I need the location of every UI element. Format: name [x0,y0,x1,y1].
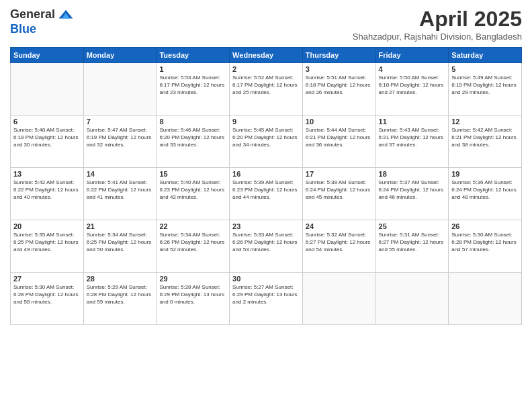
calendar-cell: 11Sunrise: 5:43 AM Sunset: 6:21 PM Dayli… [375,116,449,168]
col-sunday: Sunday [11,48,84,63]
day-info: Sunrise: 5:34 AM Sunset: 6:26 PM Dayligh… [159,232,226,253]
calendar-cell [83,63,157,116]
day-info: Sunrise: 5:50 AM Sunset: 6:18 PM Dayligh… [379,75,446,96]
calendar-cell: 29Sunrise: 5:28 AM Sunset: 6:29 PM Dayli… [157,273,230,325]
calendar-subtitle: Shahzadpur, Rajshahi Division, Banglades… [353,32,522,42]
calendar-table: Sunday Monday Tuesday Wednesday Thursday… [10,47,522,325]
title-block: April 2025 Shahzadpur, Rajshahi Division… [353,7,522,42]
calendar-cell: 2Sunrise: 5:52 AM Sunset: 6:17 PM Daylig… [230,63,303,116]
day-number: 15 [159,170,226,178]
calendar-cell [11,63,84,116]
day-info: Sunrise: 5:49 AM Sunset: 6:19 PM Dayligh… [451,75,519,96]
calendar-cell [302,273,375,325]
header-row: Sunday Monday Tuesday Wednesday Thursday… [11,48,522,63]
calendar-cell: 5Sunrise: 5:49 AM Sunset: 6:19 PM Daylig… [449,63,522,116]
logo: General Blue [10,7,74,36]
calendar-cell: 22Sunrise: 5:34 AM Sunset: 6:26 PM Dayli… [157,220,230,273]
day-number: 14 [87,170,154,178]
day-info: Sunrise: 5:48 AM Sunset: 6:19 PM Dayligh… [13,127,81,148]
day-number: 7 [87,118,154,126]
week-row-3: 13Sunrise: 5:42 AM Sunset: 6:22 PM Dayli… [11,168,522,220]
calendar-cell: 15Sunrise: 5:40 AM Sunset: 6:23 PM Dayli… [157,168,230,220]
day-info: Sunrise: 5:38 AM Sunset: 6:24 PM Dayligh… [306,179,373,201]
calendar-cell: 17Sunrise: 5:38 AM Sunset: 6:24 PM Dayli… [302,168,375,220]
calendar-cell: 21Sunrise: 5:34 AM Sunset: 6:25 PM Dayli… [83,220,157,273]
day-number: 17 [306,170,373,178]
calendar-cell [375,273,449,325]
day-number: 19 [451,170,519,178]
day-info: Sunrise: 5:47 AM Sunset: 6:19 PM Dayligh… [87,127,154,148]
day-number: 1 [159,65,226,73]
day-info: Sunrise: 5:35 AM Sunset: 6:25 PM Dayligh… [13,232,81,253]
calendar-cell: 8Sunrise: 5:46 AM Sunset: 6:20 PM Daylig… [157,116,230,168]
day-number: 27 [13,275,81,283]
day-number: 10 [306,118,373,126]
day-info: Sunrise: 5:30 AM Sunset: 6:28 PM Dayligh… [451,232,519,253]
day-info: Sunrise: 5:51 AM Sunset: 6:18 PM Dayligh… [306,75,373,96]
header: General Blue April 2025 Shahzadpur, Rajs… [10,7,522,42]
col-monday: Monday [83,48,157,63]
day-number: 21 [87,222,154,230]
day-info: Sunrise: 5:44 AM Sunset: 6:21 PM Dayligh… [306,127,373,148]
calendar-cell [449,273,522,325]
calendar-cell: 13Sunrise: 5:42 AM Sunset: 6:22 PM Dayli… [11,168,84,220]
day-info: Sunrise: 5:27 AM Sunset: 6:29 PM Dayligh… [232,284,300,306]
calendar-cell: 30Sunrise: 5:27 AM Sunset: 6:29 PM Dayli… [230,273,303,325]
calendar-cell: 1Sunrise: 5:53 AM Sunset: 6:17 PM Daylig… [157,63,230,116]
day-info: Sunrise: 5:29 AM Sunset: 6:28 PM Dayligh… [87,284,154,306]
calendar-cell: 16Sunrise: 5:39 AM Sunset: 6:23 PM Dayli… [230,168,303,220]
day-number: 9 [232,118,300,126]
day-number: 4 [379,65,446,73]
calendar-cell: 20Sunrise: 5:35 AM Sunset: 6:25 PM Dayli… [11,220,84,273]
calendar-cell: 4Sunrise: 5:50 AM Sunset: 6:18 PM Daylig… [375,63,449,116]
day-info: Sunrise: 5:31 AM Sunset: 6:27 PM Dayligh… [379,232,446,253]
week-row-4: 20Sunrise: 5:35 AM Sunset: 6:25 PM Dayli… [11,220,522,273]
week-row-5: 27Sunrise: 5:30 AM Sunset: 6:28 PM Dayli… [11,273,522,325]
day-number: 20 [13,222,81,230]
calendar-cell: 7Sunrise: 5:47 AM Sunset: 6:19 PM Daylig… [83,116,157,168]
week-row-1: 1Sunrise: 5:53 AM Sunset: 6:17 PM Daylig… [11,63,522,116]
day-info: Sunrise: 5:28 AM Sunset: 6:29 PM Dayligh… [159,284,226,306]
day-number: 28 [87,275,154,283]
calendar-cell: 10Sunrise: 5:44 AM Sunset: 6:21 PM Dayli… [302,116,375,168]
day-info: Sunrise: 5:36 AM Sunset: 6:24 PM Dayligh… [451,179,519,201]
calendar-cell: 18Sunrise: 5:37 AM Sunset: 6:24 PM Dayli… [375,168,449,220]
day-number: 12 [451,118,519,126]
calendar-cell: 6Sunrise: 5:48 AM Sunset: 6:19 PM Daylig… [11,116,84,168]
day-number: 30 [232,275,300,283]
day-number: 23 [232,222,300,230]
calendar-cell: 28Sunrise: 5:29 AM Sunset: 6:28 PM Dayli… [83,273,157,325]
day-number: 29 [159,275,226,283]
day-number: 18 [379,170,446,178]
day-number: 25 [379,222,446,230]
col-friday: Friday [375,48,449,63]
calendar-cell: 14Sunrise: 5:41 AM Sunset: 6:22 PM Dayli… [83,168,157,220]
calendar-cell: 12Sunrise: 5:42 AM Sunset: 6:21 PM Dayli… [449,116,522,168]
day-number: 8 [159,118,226,126]
day-info: Sunrise: 5:32 AM Sunset: 6:27 PM Dayligh… [306,232,373,253]
day-number: 3 [306,65,373,73]
day-info: Sunrise: 5:39 AM Sunset: 6:23 PM Dayligh… [232,179,300,201]
day-info: Sunrise: 5:46 AM Sunset: 6:20 PM Dayligh… [159,127,226,148]
day-info: Sunrise: 5:34 AM Sunset: 6:25 PM Dayligh… [87,232,154,253]
day-number: 6 [13,118,81,126]
calendar-cell: 23Sunrise: 5:33 AM Sunset: 6:26 PM Dayli… [230,220,303,273]
day-number: 16 [232,170,300,178]
calendar-cell: 25Sunrise: 5:31 AM Sunset: 6:27 PM Dayli… [375,220,449,273]
day-number: 11 [379,118,446,126]
calendar-title: April 2025 [353,7,522,32]
day-info: Sunrise: 5:43 AM Sunset: 6:21 PM Dayligh… [379,127,446,148]
day-number: 5 [451,65,519,73]
page: General Blue April 2025 Shahzadpur, Rajs… [0,0,532,411]
day-info: Sunrise: 5:33 AM Sunset: 6:26 PM Dayligh… [232,232,300,253]
day-number: 2 [232,65,300,73]
day-info: Sunrise: 5:42 AM Sunset: 6:21 PM Dayligh… [451,127,519,148]
col-tuesday: Tuesday [157,48,230,63]
logo-text-general: General [10,8,55,21]
day-info: Sunrise: 5:40 AM Sunset: 6:23 PM Dayligh… [159,179,226,201]
day-info: Sunrise: 5:37 AM Sunset: 6:24 PM Dayligh… [379,179,446,201]
calendar-cell: 26Sunrise: 5:30 AM Sunset: 6:28 PM Dayli… [449,220,522,273]
col-saturday: Saturday [449,48,522,63]
week-row-2: 6Sunrise: 5:48 AM Sunset: 6:19 PM Daylig… [11,116,522,168]
col-thursday: Thursday [302,48,375,63]
